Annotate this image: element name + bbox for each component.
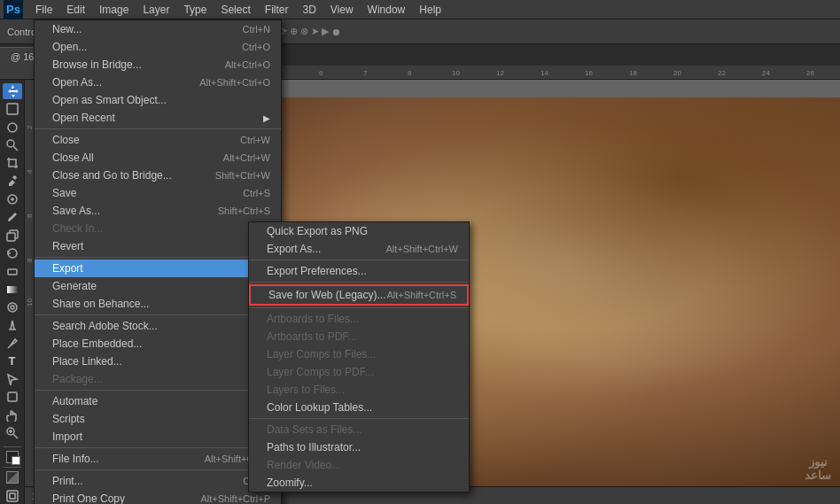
tool-clone[interactable]	[3, 228, 22, 244]
menu-item-export[interactable]: Export ▶	[35, 260, 281, 277]
menu-item-generate[interactable]: Generate ▶	[35, 277, 281, 295]
menu-help[interactable]: Help	[412, 2, 448, 18]
menu-item-automate[interactable]: Automate ▶	[35, 392, 281, 410]
menu-item-new[interactable]: New... Ctrl+N	[35, 20, 281, 38]
menu-item-open[interactable]: Open... Ctrl+O	[35, 38, 281, 56]
menu-item-revert-label: Revert	[52, 240, 253, 252]
menu-item-close-shortcut: Ctrl+W	[240, 135, 270, 145]
separator-5	[35, 447, 281, 448]
menu-item-package: Package...	[35, 370, 281, 388]
tool-lasso[interactable]	[3, 120, 22, 136]
menu-item-save-label: Save	[52, 187, 243, 199]
export-save-web[interactable]: Save for Web (Legacy)... Alt+Shift+Ctrl+…	[249, 284, 469, 306]
menu-item-export-label: Export	[52, 262, 263, 275]
tool-gradient[interactable]	[3, 281, 22, 297]
tool-move[interactable]	[3, 83, 22, 99]
menu-file[interactable]: File	[28, 2, 59, 18]
svg-text:18: 18	[629, 69, 637, 77]
menu-item-open-recent-label: Open Recent	[52, 112, 263, 124]
export-artboards-files: Artboards to Files...	[249, 310, 469, 328]
export-export-as[interactable]: Export As... Alt+Shift+Ctrl+W	[249, 240, 469, 258]
tool-crop[interactable]	[3, 155, 22, 171]
menu-item-share-behance[interactable]: Share on Behance...	[35, 295, 281, 313]
menu-3d[interactable]: 3D	[295, 2, 323, 18]
menu-item-search-stock[interactable]: Search Adobe Stock...	[35, 317, 281, 335]
menu-item-save[interactable]: Save Ctrl+S	[35, 184, 281, 202]
separator-4	[35, 390, 281, 391]
menu-item-browse-bridge[interactable]: Browse in Bridge... Alt+Ctrl+O	[35, 56, 281, 74]
toolbar-icon-17: ⏺	[331, 27, 341, 37]
menu-item-open-as-label: Open As...	[52, 76, 199, 89]
menu-type[interactable]: Type	[176, 2, 214, 18]
menu-select[interactable]: Select	[214, 2, 257, 18]
svg-text:16: 16	[585, 69, 593, 77]
tool-eraser[interactable]	[3, 263, 22, 279]
menu-item-open-shortcut: Ctrl+O	[242, 42, 270, 52]
tool-quick-mask[interactable]	[3, 469, 22, 485]
menu-item-file-info[interactable]: File Info... Alt+Shift+Ctrl+I	[35, 450, 281, 468]
svg-rect-33	[7, 491, 18, 501]
tool-zoom[interactable]	[3, 425, 22, 441]
menu-layer[interactable]: Layer	[136, 2, 176, 18]
export-layer-comps-files-label: Layer Comps to Files...	[267, 348, 458, 361]
tool-pen[interactable]	[3, 335, 22, 351]
menu-item-save-as-shortcut: Shift+Ctrl+S	[218, 205, 270, 216]
tool-screen-mode[interactable]	[3, 488, 22, 504]
tool-history-brush[interactable]	[3, 245, 22, 261]
svg-text:2: 2	[26, 125, 34, 129]
menu-item-save-as-label: Save As...	[52, 205, 218, 217]
export-zoomify-label: Zoomify...	[267, 477, 458, 489]
menu-window[interactable]: Window	[361, 2, 413, 18]
svg-text:4: 4	[26, 169, 34, 174]
export-zoomify[interactable]: Zoomify...	[249, 474, 469, 492]
menu-item-close[interactable]: Close Ctrl+W	[35, 131, 281, 149]
menu-view[interactable]: View	[323, 2, 361, 18]
menu-item-save-as[interactable]: Save As... Shift+Ctrl+S	[35, 202, 281, 220]
tool-shape[interactable]	[3, 389, 22, 405]
tool-eyedropper[interactable]	[3, 174, 22, 190]
menu-edit[interactable]: Edit	[59, 2, 92, 18]
export-render-video-label: Render Video...	[267, 459, 458, 471]
tool-path-select[interactable]	[3, 371, 22, 387]
menu-item-revert[interactable]: Revert F12	[35, 237, 281, 255]
menu-item-place-embedded[interactable]: Place Embedded...	[35, 335, 281, 353]
toolbar-icon-16: ▶	[322, 26, 329, 37]
menu-item-print-one[interactable]: Print One Copy Alt+Shift+Ctrl+P	[35, 490, 281, 504]
menu-item-scripts[interactable]: Scripts ▶	[35, 410, 281, 428]
menu-item-open-recent[interactable]: Open Recent ▶	[35, 109, 281, 127]
export-color-lookup[interactable]: Color Lookup Tables...	[249, 399, 469, 416]
svg-text:20: 20	[673, 69, 681, 77]
menu-filter[interactable]: Filter	[258, 2, 296, 18]
tool-blur[interactable]	[3, 299, 22, 315]
tool-dodge[interactable]	[3, 317, 22, 333]
tool-healing[interactable]	[3, 191, 22, 207]
export-preferences[interactable]: Export Preferences...	[249, 262, 469, 280]
menu-item-close-bridge[interactable]: Close and Go to Bridge... Shift+Ctrl+W	[35, 167, 281, 184]
menu-image[interactable]: Image	[92, 2, 136, 18]
menu-item-print-one-shortcut: Alt+Shift+Ctrl+P	[200, 493, 270, 504]
menu-item-place-linked[interactable]: Place Linked...	[35, 353, 281, 370]
menu-item-print[interactable]: Print... Ctrl+P	[35, 472, 281, 490]
export-quick-png[interactable]: Quick Export as PNG	[249, 222, 469, 240]
file-menu: New... Ctrl+N Open... Ctrl+O Browse in B…	[34, 19, 282, 504]
menu-item-import[interactable]: Import ▶	[35, 428, 281, 446]
export-layer-comps-pdf-label: Layer Comps to PDF...	[267, 366, 458, 378]
menu-item-check-in: Check In...	[35, 220, 281, 237]
tool-fg-color[interactable]	[3, 449, 22, 465]
svg-text:10: 10	[26, 299, 34, 306]
watermark: نیوزساعد	[805, 455, 831, 483]
toolbar-icon-13: ⊕	[290, 26, 298, 37]
export-layer-comps-pdf: Layer Comps to PDF...	[249, 363, 469, 381]
export-paths-illustrator[interactable]: Paths to Illustrator...	[249, 438, 469, 456]
tool-quick-select[interactable]	[3, 137, 22, 153]
tool-select-rect[interactable]	[3, 101, 22, 117]
left-toolbar: T	[0, 80, 25, 504]
tool-brush[interactable]	[3, 209, 22, 225]
menu-item-open-smart[interactable]: Open as Smart Object...	[35, 91, 281, 109]
menu-item-open-as[interactable]: Open As... Alt+Shift+Ctrl+O	[35, 74, 281, 91]
export-paths-illustrator-label: Paths to Illustrator...	[267, 441, 458, 454]
menu-item-close-all[interactable]: Close All Alt+Ctrl+W	[35, 149, 281, 167]
tool-type[interactable]: T	[3, 353, 22, 369]
tool-hand[interactable]	[3, 407, 22, 423]
menu-item-package-label: Package...	[52, 373, 270, 385]
